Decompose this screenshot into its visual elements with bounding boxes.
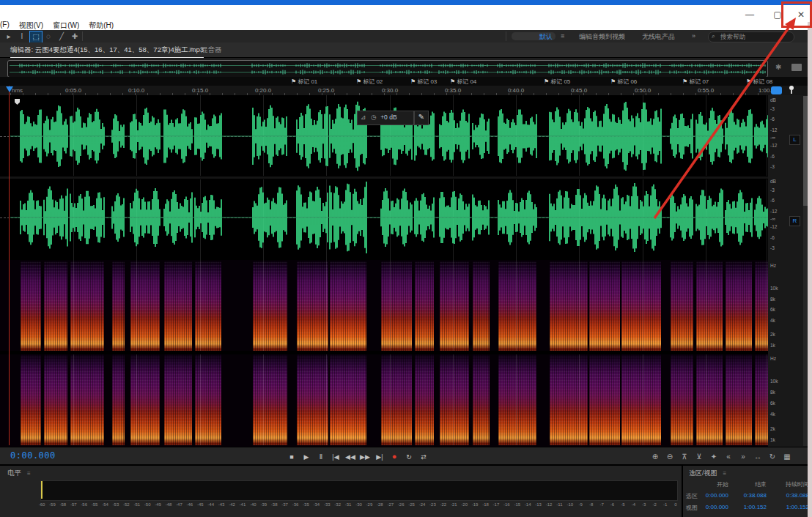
scale-label: -3 (768, 245, 788, 250)
scale-label: -6 (768, 198, 788, 203)
volume-hud[interactable]: ⊿ ◷ +0 dB (357, 111, 414, 125)
marker-label: 标记 03 (417, 78, 437, 85)
workspace-radio-production-button[interactable]: 无线电产品 (642, 32, 675, 42)
workspace-edit-audio-video-button[interactable]: 编辑音频到视频 (579, 32, 625, 42)
levels-panel-menu-icon[interactable]: ≡ (27, 470, 31, 477)
timeline-ruler[interactable]: hms 0:05.00:10.00:15.00:20.00:25.00:30.0… (0, 86, 812, 96)
marker-label: 标记 06 (617, 78, 637, 85)
marker-flag-icon: ⚑ (450, 78, 455, 85)
zoom-in-time-button[interactable]: ⊕ (648, 450, 662, 464)
marker-flag-icon: ⚑ (746, 78, 751, 85)
menu-item-0[interactable]: (F) (0, 21, 10, 29)
marker-flag[interactable]: ⚑标记 01 (291, 78, 317, 86)
stop-button[interactable]: ■ (284, 450, 299, 464)
zoom-out-time-button[interactable]: ⊖ (662, 450, 677, 464)
menu-item-1[interactable]: 视图(V) (19, 21, 43, 31)
meter-scale-label: -33 (324, 502, 331, 507)
minimize-button[interactable]: — (739, 7, 761, 22)
meter-scale-label: -5 (621, 502, 624, 507)
sv-value: 1:00.152 (730, 504, 767, 510)
zoom-full-button[interactable]: ▦ (780, 450, 794, 464)
marker-flag[interactable]: ⚑标记 03 (410, 78, 437, 86)
tab-mixer[interactable]: 混音器 (201, 45, 222, 55)
meter-scale-label: -3 (642, 502, 646, 507)
skip-back-button[interactable]: |◀ (328, 450, 343, 464)
spectrogram-burst (726, 354, 752, 445)
video-monitor-icon[interactable] (791, 64, 802, 71)
zoom-to-selection-button[interactable]: ✦ (706, 450, 721, 464)
marker-label: 标记 01 (298, 78, 317, 85)
record-button[interactable]: ● (387, 450, 402, 463)
spectrogram-burst (415, 354, 434, 445)
time-selection-tool[interactable]: I (16, 31, 28, 42)
tab-editor[interactable]: 编辑器: 云图4要想通4(15、16、17、41、58、72章)4施工.mp3 (10, 45, 204, 58)
pin-icon[interactable] (789, 86, 794, 90)
workspace-menu-icon[interactable]: ≡ (561, 32, 564, 40)
headphone-monitor-icon[interactable] (771, 86, 782, 94)
overview-navigator[interactable] (7, 60, 768, 78)
menu-item-3[interactable]: 帮助(H) (89, 21, 114, 31)
meter-scale-label: -14 (525, 502, 531, 507)
channel-badge-left[interactable]: L (789, 135, 800, 145)
menu-item-2[interactable]: 窗口(W) (53, 21, 79, 31)
ruler-tick-label: 0:30.0 (382, 87, 398, 94)
zoom-selection-button[interactable]: ↔ (750, 450, 765, 464)
move-tool[interactable]: ▸ (3, 31, 15, 42)
play-button[interactable]: ▶ (299, 450, 314, 464)
channel-badge-right[interactable]: R (789, 216, 800, 226)
marker-flag[interactable]: ⚑标记 06 (610, 78, 637, 86)
playhead-caret[interactable] (6, 86, 13, 92)
meter-scale-label: -37 (281, 502, 288, 507)
skip-forward-button[interactable]: ▶| (372, 450, 387, 464)
pencil-tool[interactable]: ╱ (56, 31, 67, 42)
marquee-selection-tool[interactable]: ⬚ (29, 31, 43, 43)
spectrogram-burst (696, 354, 723, 445)
panel-tabbar: 编辑器: 云图4要想通4(15、16、17、41、58、72章)4施工.mp3 … (0, 42, 812, 58)
zoom-in-at-out-point-button[interactable]: » (736, 450, 750, 464)
skip-return-button[interactable]: ⇄ (416, 450, 431, 464)
zoom-reset-button[interactable]: ↻ (765, 450, 780, 464)
toolbar-divider (506, 31, 506, 41)
scale-label: 8k (768, 390, 788, 395)
fast-forward-button[interactable]: ▶▶ (358, 450, 372, 464)
scale-label: -6 (768, 116, 788, 122)
spectrogram-burst (21, 261, 41, 351)
ruler-tick-label: 0:10.0 (128, 87, 144, 94)
scale-label: 1k (768, 343, 788, 348)
marker-flag[interactable]: ⚑标记 04 (450, 78, 476, 86)
spectrogram-burst (253, 261, 287, 351)
marker-flag[interactable]: ⚑标记 08 (746, 78, 772, 86)
meter-scale-label: -55 (92, 502, 98, 507)
meter-scale-label: -13 (535, 502, 542, 507)
spot-healing-brush-tool[interactable]: ✚ (69, 31, 81, 42)
marker-flag[interactable]: ⚑标记 02 (356, 78, 383, 86)
zoom-in-at-in-point-button[interactable]: « (721, 450, 736, 464)
workspace-default-button[interactable]: 默认 (539, 32, 553, 42)
meter-scale-label: -24 (419, 502, 426, 507)
zoom-in-amplitude-button[interactable]: ⊼ (677, 450, 692, 464)
loop-button[interactable]: ↻ (402, 450, 416, 464)
sv-column-header: 开始 (692, 480, 728, 488)
pause-button[interactable]: Ⅱ (314, 450, 328, 464)
lasso-selection-tool[interactable]: ◌ (43, 31, 54, 42)
search-input[interactable]: 搜索帮助 (708, 31, 794, 42)
selection-view-menu-icon[interactable]: ≡ (723, 470, 727, 477)
spectrogram-burst (330, 354, 366, 445)
panel-menu-icon[interactable]: ≡ (189, 45, 193, 53)
meter-scale-label: -31 (345, 502, 352, 507)
favorites-star-icon[interactable]: ✱ (775, 63, 781, 71)
zoom-out-amplitude-button[interactable]: ⊻ (692, 450, 706, 464)
bottom-panels: 电平≡ -60-59-58-57-56-55-54-53-52-51-50-49… (0, 464, 812, 517)
meter-scale-label: -59 (49, 502, 56, 507)
marker-flag[interactable]: ⚑标记 07 (682, 78, 709, 86)
meter-scale-label: -58 (59, 502, 66, 507)
spectrogram-burst (130, 354, 160, 445)
meter-scale-label: -48 (166, 502, 172, 507)
marker-flag[interactable]: ⚑标记 05 (544, 78, 570, 86)
hud-pencil-icon[interactable]: ✎ (414, 111, 429, 125)
rewind-button[interactable]: ◀◀ (343, 450, 358, 464)
workspace-overflow-icon[interactable]: » (692, 32, 695, 40)
playhead-time-display[interactable]: 0:00.000 (10, 450, 56, 461)
scale-label: dB (768, 97, 788, 103)
marker-flag-icon: ⚑ (682, 78, 687, 85)
